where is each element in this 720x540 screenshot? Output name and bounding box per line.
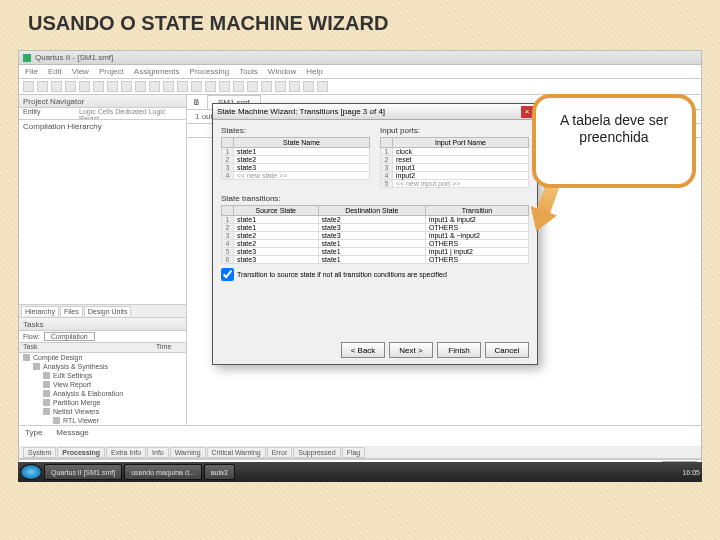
tool-icon[interactable] (23, 81, 34, 92)
state-cell-new[interactable]: << new state >> (234, 172, 370, 180)
nav-subcols: Logic Cells Dedicated Logic Regist (79, 108, 186, 119)
input-cell-new[interactable]: << new input port >> (393, 180, 529, 188)
finish-button[interactable]: Finish (437, 342, 481, 358)
flow-dropdown[interactable]: Compilation (44, 332, 95, 341)
msg-tab-warning[interactable]: Warning (170, 447, 206, 458)
menu-help[interactable]: Help (306, 67, 322, 76)
msg-tab-processing[interactable]: Processing (57, 447, 105, 458)
menu-view[interactable]: View (72, 67, 89, 76)
trans-cell[interactable]: state3 (318, 232, 425, 240)
msg-tab-critical[interactable]: Critical Warning (207, 447, 266, 458)
tool-icon[interactable] (65, 81, 76, 92)
trans-cell[interactable]: input1 & ~input2 (426, 232, 529, 240)
state-cell[interactable]: state3 (234, 164, 370, 172)
trans-cell[interactable]: state1 (318, 240, 425, 248)
tool-icon[interactable] (303, 81, 314, 92)
trans-cell[interactable]: state1 (318, 248, 425, 256)
msg-tab-suppressed[interactable]: Suppressed (293, 447, 340, 458)
input-cell[interactable]: clock (393, 148, 529, 156)
msg-tab-error[interactable]: Error (267, 447, 293, 458)
msg-tab-info[interactable]: Info (147, 447, 169, 458)
tool-icon[interactable] (317, 81, 328, 92)
tool-icon[interactable] (233, 81, 244, 92)
tab-files[interactable]: Files (60, 306, 83, 316)
task-row[interactable]: Compile Design (19, 353, 186, 362)
trans-cell[interactable]: state2 (234, 232, 319, 240)
state-cell[interactable]: state1 (234, 148, 370, 156)
input-cell[interactable]: input2 (393, 172, 529, 180)
trans-cell[interactable]: input1 & input2 (426, 216, 529, 224)
msg-tab-flag[interactable]: Flag (342, 447, 366, 458)
state-cell[interactable]: state2 (234, 156, 370, 164)
transition-fallback-checkbox[interactable] (221, 268, 234, 281)
taskbar-item[interactable]: usando maquina d... (124, 464, 201, 480)
tool-icon[interactable] (37, 81, 48, 92)
cancel-button[interactable]: Cancel (485, 342, 529, 358)
tool-icon[interactable] (289, 81, 300, 92)
trans-cell[interactable]: OTHERS (426, 224, 529, 232)
trans-cell[interactable]: state1 (234, 216, 319, 224)
trans-cell[interactable]: OTHERS (426, 240, 529, 248)
trans-cell[interactable]: state3 (234, 248, 319, 256)
trans-cell[interactable]: state1 (234, 224, 319, 232)
checkbox-label: Transition to source state if not all tr… (237, 271, 447, 278)
tab-hierarchy[interactable]: Hierarchy (21, 306, 59, 316)
tool-icon[interactable] (247, 81, 258, 92)
trans-cell[interactable]: state1 (318, 256, 425, 264)
menu-edit[interactable]: Edit (48, 67, 62, 76)
task-row[interactable]: View Report (19, 380, 186, 389)
trans-cell[interactable]: input1 | input2 (426, 248, 529, 256)
taskbar-item[interactable]: Quartus II [SM1.smf] (44, 464, 122, 480)
tool-icon[interactable] (149, 81, 160, 92)
tool-icon[interactable] (163, 81, 174, 92)
task-row[interactable]: Analysis & Synthesis (19, 362, 186, 371)
tab-design-units[interactable]: Design Units (84, 306, 132, 316)
task-label: Compile Design (33, 354, 82, 361)
trans-cell[interactable]: state2 (318, 216, 425, 224)
menu-assignments[interactable]: Assignments (134, 67, 180, 76)
tool-icon[interactable] (177, 81, 188, 92)
inputs-table[interactable]: Input Port Name 1clock 2reset 3input1 4i… (380, 137, 529, 188)
tool-icon[interactable] (93, 81, 104, 92)
msg-tab-extra[interactable]: Extra Info (106, 447, 146, 458)
tool-icon[interactable] (79, 81, 90, 92)
menu-window[interactable]: Window (268, 67, 296, 76)
tool-icon[interactable] (107, 81, 118, 92)
start-button[interactable] (20, 464, 42, 480)
taskbar-item[interactable]: aula3 (204, 464, 235, 480)
tool-icon[interactable] (135, 81, 146, 92)
tool-icon[interactable] (261, 81, 272, 92)
flow-label: Flow: (23, 333, 40, 340)
transitions-table[interactable]: Source StateDestination StateTransition … (221, 205, 529, 264)
menu-processing[interactable]: Processing (190, 67, 230, 76)
menu-tools[interactable]: Tools (239, 67, 258, 76)
input-cell[interactable]: input1 (393, 164, 529, 172)
trans-cell[interactable]: state2 (234, 240, 319, 248)
task-row[interactable]: RTL Viewer (19, 416, 186, 425)
trans-cell[interactable]: state3 (234, 256, 319, 264)
task-row[interactable]: Netlist Viewers (19, 407, 186, 416)
next-button[interactable]: Next > (389, 342, 433, 358)
trans-cell[interactable]: OTHERS (426, 256, 529, 264)
tool-icon[interactable] (121, 81, 132, 92)
task-icon (53, 417, 60, 424)
tool-icon[interactable] (275, 81, 286, 92)
menu-project[interactable]: Project (99, 67, 124, 76)
msg-tab-system[interactable]: System (23, 447, 56, 458)
menu-file[interactable]: File (25, 67, 38, 76)
task-row[interactable]: Partition Merge (19, 398, 186, 407)
tool-icon[interactable] (191, 81, 202, 92)
back-button[interactable]: < Back (341, 342, 385, 358)
tool-icon[interactable] (205, 81, 216, 92)
task-row[interactable]: Edit Settings (19, 371, 186, 380)
nav-tree[interactable]: Compilation Hierarchy (19, 120, 186, 304)
task-icon (43, 390, 50, 397)
states-table[interactable]: State Name 1state1 2state2 3state3 4<< n… (221, 137, 370, 180)
task-row[interactable]: Analysis & Elaboration (19, 389, 186, 398)
nav-root[interactable]: Compilation Hierarchy (23, 122, 102, 131)
tool-icon[interactable] (219, 81, 230, 92)
tool-icon[interactable] (51, 81, 62, 92)
input-cell[interactable]: reset (393, 156, 529, 164)
trans-col-src: Source State (234, 206, 319, 216)
trans-cell[interactable]: state3 (318, 224, 425, 232)
